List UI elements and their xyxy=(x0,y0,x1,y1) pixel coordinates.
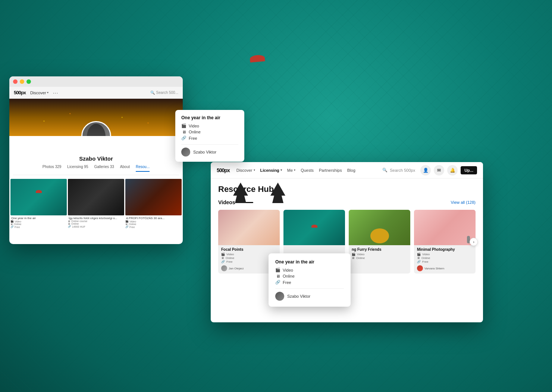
photo-meta-2-format: 🖥 Online xyxy=(68,222,124,225)
minimize-button[interactable] xyxy=(20,79,24,84)
monitor-icon-v3: 🖥 xyxy=(352,256,355,260)
video-icon-v1: 🎬 xyxy=(221,253,225,256)
video-icon-v4: 🎬 xyxy=(417,253,421,256)
video-meta-3-type: 🎬 Video xyxy=(352,253,407,256)
video-icon-tooltip: 🎬 xyxy=(181,123,186,128)
tab-galleries[interactable]: Galleries 33 xyxy=(94,165,114,172)
bell-icon[interactable]: 🔔 xyxy=(447,165,458,176)
photo-meta-3-price: 🔗 Free xyxy=(125,225,182,228)
tooltip-row-free-top: 🔗 Free xyxy=(181,136,238,140)
photo-thumb-1 xyxy=(10,179,67,215)
monitor-icon-v1: 🖥 xyxy=(221,256,224,260)
nav-discover[interactable]: Discover ▾ xyxy=(236,168,255,173)
tooltip-title-top: One year in the air xyxy=(181,115,238,120)
video-info-3: ng Furry Friends 🎬 Video 🖥 Online xyxy=(349,245,410,262)
photo-card-2[interactable]: Így készíts fotót céges közösségi o... 🖥… xyxy=(68,179,124,228)
logo-500px[interactable]: 500px xyxy=(14,90,26,95)
video-icon-3: 🎬 xyxy=(125,220,129,223)
author-avatar-bottom xyxy=(275,292,284,301)
link-icon: 🔗 xyxy=(10,225,14,228)
boat-in-photo xyxy=(36,190,42,193)
online-icon-tooltip: 🖥 xyxy=(181,130,186,134)
photos-grid: One year in the air 🎬 Video 🖥 Online 🔗 F… xyxy=(9,179,183,228)
monitor-icon-3: 🖥 xyxy=(125,223,128,225)
view-all-link[interactable]: View all (128) xyxy=(451,200,476,205)
video-meta-4-type: 🎬 Video xyxy=(417,253,473,256)
profile-cover: Pro xyxy=(9,99,183,136)
video-info-4: Minimal Photography 🎬 Video 🖥 Online 🔗 F… xyxy=(414,245,476,274)
author-name-v1: Jan Olejarz xyxy=(229,267,244,270)
photo-meta-1-price: 🔗 Free xyxy=(10,225,67,228)
tooltip-row-free-bottom: 🔗 Free xyxy=(275,280,344,285)
avatar-body xyxy=(87,124,106,136)
video-thumb-cat xyxy=(349,210,410,245)
scroll-right-arrow[interactable]: › xyxy=(470,238,478,246)
send-icon[interactable]: ✉ xyxy=(434,165,444,176)
link-icon-v4: 🔗 xyxy=(417,260,421,263)
close-button[interactable] xyxy=(13,79,18,84)
free-icon-tooltip-b: 🔗 xyxy=(275,280,280,285)
video-icon: 🎬 xyxy=(10,220,14,223)
video-thumb-minimal xyxy=(414,210,476,245)
video-meta-3-format: 🖥 Online xyxy=(352,256,407,260)
tooltip-author-top: Szabo Viktor xyxy=(181,144,238,157)
nav-icons: 👤 ✉ 🔔 Up... xyxy=(420,165,477,176)
nav-quests[interactable]: Quests xyxy=(301,168,314,173)
maximize-button[interactable] xyxy=(26,79,31,84)
profile-navbar: 500px Discover ▾ ··· 🔍 Search 500... xyxy=(9,87,183,99)
tab-licensing[interactable]: Licensing 95 xyxy=(67,165,88,172)
boat-in-video xyxy=(311,225,317,228)
tooltip-popup-bottom: One year in the air 🎬 Video 🖥 Online 🔗 F… xyxy=(269,253,351,307)
tooltip-row-video-top: 🎬 Video xyxy=(181,123,238,128)
cat-shape xyxy=(370,228,389,243)
avatar-icon[interactable]: 👤 xyxy=(420,165,431,176)
arrow-right-shape xyxy=(270,183,285,203)
video-title-4: Minimal Photography xyxy=(417,247,473,252)
monitor-icon-2: 🖥 xyxy=(68,222,70,225)
video-icon-tooltip-b: 🎬 xyxy=(275,268,280,272)
tab-photos[interactable]: Photos 329 xyxy=(43,165,62,172)
monitor-icon: 🖥 xyxy=(10,223,13,225)
photo-card-3[interactable]: A PROFI FOTÓZÁS 30 ara... 🎬 Video 🖥 Onli… xyxy=(125,179,182,228)
nav-licensing[interactable]: Licensing ▾ xyxy=(260,168,282,173)
tooltip-row-video-bottom: 🎬 Video xyxy=(275,268,344,272)
profile-window: 500px Discover ▾ ··· 🔍 Search 500... Pro… xyxy=(9,76,183,244)
photo-meta-2-price: 🔗 14900 HUF xyxy=(68,225,124,228)
main-logo[interactable]: 500px xyxy=(217,167,230,173)
link-icon-v1: 🔗 xyxy=(221,260,225,263)
author-avatar-top xyxy=(181,148,190,157)
discover-nav[interactable]: Discover ▾ xyxy=(30,91,48,95)
monitor-icon-v4: 🖥 xyxy=(417,256,420,260)
free-icon-tooltip: 🔗 xyxy=(181,136,186,140)
photo-caption-3: A PROFI FOTÓZÁS 30 ara... xyxy=(125,216,182,220)
arrows-overlay xyxy=(220,175,302,220)
nav-blog[interactable]: Blog xyxy=(347,168,355,173)
main-search[interactable]: 🔍 Search 500px xyxy=(382,168,415,173)
video-title-3: ng Furry Friends xyxy=(352,247,407,252)
search-icon: 🔍 xyxy=(150,91,155,95)
photo-card-1[interactable]: One year in the air 🎬 Video 🖥 Online 🔗 F… xyxy=(10,179,67,228)
discover-chevron: ▾ xyxy=(254,168,255,172)
tab-about[interactable]: About xyxy=(120,165,130,172)
photo-thumb-3 xyxy=(125,179,182,215)
profile-tabs: Photos 329 Licensing 95 Galleries 33 Abo… xyxy=(13,165,179,175)
profile-name: Szabo Viktor xyxy=(13,155,179,162)
video-info-2 xyxy=(283,245,345,250)
search-icon-main: 🔍 xyxy=(382,168,388,173)
video-card-3[interactable]: ng Furry Friends 🎬 Video 🖥 Online xyxy=(349,210,410,274)
more-options[interactable]: ··· xyxy=(53,90,59,96)
nav-partnerships[interactable]: Partnerships xyxy=(319,168,342,173)
author-avatar-v4 xyxy=(417,265,423,271)
photo-meta-3-format: 🖥 Online xyxy=(125,223,182,225)
me-chevron: ▾ xyxy=(294,168,295,172)
upload-button[interactable]: Up... xyxy=(461,166,477,174)
video-card-4[interactable]: Minimal Photography 🎬 Video 🖥 Online 🔗 F… xyxy=(414,210,476,274)
titlebar xyxy=(9,76,183,87)
nav-search[interactable]: 🔍 Search 500... xyxy=(150,91,178,95)
tooltip-popup-top: One year in the air 🎬 Video 🖥 Online 🔗 F… xyxy=(175,110,244,162)
photo-caption-2: Így készíts fotót céges közösségi o... xyxy=(68,216,124,220)
nav-me[interactable]: Me ▾ xyxy=(287,168,295,173)
photo-thumb-2 xyxy=(68,179,124,215)
profile-info: Szabo Viktor Photos 329 Licensing 95 Gal… xyxy=(9,155,183,175)
tab-resource[interactable]: Resou... xyxy=(136,165,150,172)
